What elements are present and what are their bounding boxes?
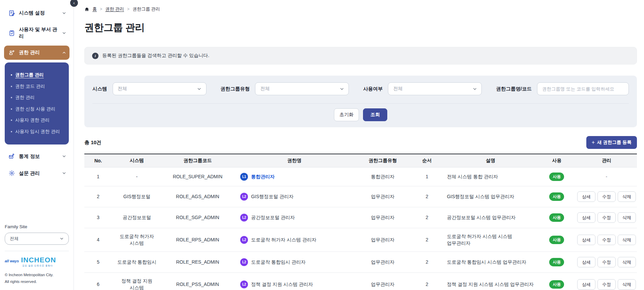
edit-button[interactable]: 수정: [597, 191, 616, 202]
cell-group-code: ROLE_AGS_ADMIN: [162, 186, 233, 207]
cell-group-type: 업무관리자: [355, 207, 411, 228]
col-no: No.: [84, 154, 112, 167]
delete-button[interactable]: 삭제: [618, 257, 636, 267]
permission-name-text: 공간정보포털 관리자: [251, 214, 295, 221]
reset-button[interactable]: 초기화: [334, 108, 359, 121]
delete-button[interactable]: 삭제: [618, 235, 636, 245]
edit-button[interactable]: 수정: [597, 257, 616, 267]
cell-order: 2: [410, 252, 443, 273]
use-status-badge: 사용: [549, 213, 564, 222]
use-status-badge: 사용: [549, 280, 564, 289]
use-status-badge: 사용: [549, 192, 564, 201]
info-banner-text: 등록된 권한그룹들을 검색하고 관리할 수 있습니다.: [102, 53, 209, 59]
detail-button[interactable]: 상세: [577, 235, 595, 245]
submenu-item-permission-request[interactable]: 권한 신청 사용 관리: [9, 103, 64, 115]
table-topbar: 총 10건 + 새 권한그룹 등록: [84, 136, 637, 149]
cell-group-code: ROLE_RPS_ADMIN: [162, 228, 233, 252]
cell-manage: 상세수정삭제: [576, 186, 637, 207]
cell-system: 도로굴착 허가자 시스템: [112, 228, 162, 252]
sidebar-item-label: 설문 관리: [19, 170, 58, 177]
edit-button[interactable]: 수정: [597, 212, 616, 223]
cell-order: 2: [410, 207, 443, 228]
table-header-row: No. 시스템 권한그룹코드 권한명 권한그룹유형 순서 설명 사용 관리: [84, 154, 637, 167]
breadcrumb-home[interactable]: 홈: [92, 6, 97, 12]
cell-group-type: 통합관리자: [355, 167, 411, 186]
cell-group-code: ROLE_PSS_ADMIN: [162, 273, 233, 290]
cell-use: 사용: [537, 273, 576, 290]
submenu-item-permission[interactable]: 권한 관리: [9, 92, 64, 103]
clipboard-check-icon: [8, 29, 16, 37]
col-description: 설명: [444, 154, 537, 167]
breadcrumb: 홈 > 권한 관리 > 권한그룹 관리: [84, 6, 637, 12]
permission-submenu: 권한그룹 관리 권한 코드 관리 권한 관리 권한 신청 사용 관리 사용자 권…: [5, 62, 69, 144]
cell-use: 사용: [537, 207, 576, 228]
edit-button[interactable]: 수정: [597, 279, 616, 290]
cell-system: 공간정보포털: [112, 207, 162, 228]
system-select[interactable]: 전체: [113, 82, 206, 95]
user-key-icon: [8, 49, 16, 56]
bullet-dot: [11, 74, 12, 76]
delete-button[interactable]: 삭제: [618, 279, 636, 290]
breadcrumb-separator: >: [127, 7, 130, 11]
info-icon: i: [92, 53, 99, 59]
detail-button[interactable]: 상세: [577, 212, 595, 223]
group-type-select[interactable]: 전체: [255, 82, 349, 95]
col-group-type: 권한그룹유형: [355, 154, 411, 167]
cell-no: 6: [84, 273, 112, 290]
level-badge: L2: [240, 258, 248, 266]
submenu-item-user-temp-permission[interactable]: 사용자 임시 권한 관리: [9, 126, 64, 137]
sidebar: 시스템 설정 사용자 및 부서 관리 권한 관리 권한그룹 관리: [0, 0, 74, 290]
page-title: 권한그룹 관리: [84, 21, 637, 34]
group-type-filter-label: 권한그룹유형: [220, 86, 250, 92]
bullet-dot: [11, 86, 12, 87]
cell-order: 2: [410, 186, 443, 207]
cell-use: 사용: [537, 228, 576, 252]
copyright-text: © Incheon Metropolitan City. All rights …: [5, 271, 69, 285]
sidebar-item-statistics[interactable]: 통계 정보: [4, 149, 69, 163]
edit-button[interactable]: 수정: [597, 235, 616, 245]
cell-system: 도로굴착 통합임시: [112, 252, 162, 273]
delete-button[interactable]: 삭제: [618, 191, 636, 202]
submenu-item-permission-group[interactable]: 권한그룹 관리: [9, 69, 64, 81]
sidebar-item-users-departments[interactable]: 사용자 및 부서 관리: [4, 23, 69, 43]
filter-group-system: 시스템 전체: [92, 82, 206, 95]
cell-description: 전체 시스템 통합 관리자: [444, 167, 537, 186]
search-button[interactable]: 조회: [363, 108, 387, 121]
detail-button[interactable]: 상세: [577, 257, 595, 267]
use-yn-select[interactable]: 전체: [388, 82, 482, 95]
delete-button[interactable]: 삭제: [618, 212, 636, 223]
breadcrumb-current: 권한그룹 관리: [133, 6, 160, 12]
cell-group-code: ROLE_SGP_ADMIN: [162, 207, 233, 228]
cell-description: 도로굴착 허가자 시스템 시스템 업무관리자: [444, 228, 537, 252]
col-permission-name: 권한명: [233, 154, 355, 167]
sidebar-item-permission-management[interactable]: 권한 관리: [4, 46, 69, 60]
chevron-up-icon: [61, 50, 67, 55]
cell-group-code: ROLE_SUPER_ADMIN: [162, 167, 233, 186]
breadcrumb-permission[interactable]: 권한 관리: [105, 6, 124, 12]
cell-manage: -: [576, 167, 637, 186]
level-badge: L2: [240, 214, 248, 221]
family-site-select[interactable]: 전체: [5, 233, 69, 245]
cell-order: 1: [410, 167, 443, 186]
detail-button[interactable]: 상세: [577, 279, 595, 290]
submenu-item-permission-code[interactable]: 권한 코드 관리: [9, 81, 64, 92]
cell-no: 3: [84, 207, 112, 228]
chevron-down-icon: [61, 170, 67, 176]
new-permission-group-button[interactable]: + 새 권한그룹 등록: [586, 136, 637, 149]
cell-order: 2: [410, 228, 443, 252]
detail-button[interactable]: 상세: [577, 191, 595, 202]
permission-name-text: GIS행정포털 관리자: [251, 193, 293, 200]
filter-group-group-type: 권한그룹유형 전체: [220, 82, 349, 95]
sidebar-item-system-settings[interactable]: 시스템 설정: [4, 6, 69, 20]
cell-group-type: 업무관리자: [355, 186, 411, 207]
name-code-input[interactable]: [537, 82, 629, 95]
cell-description: 정책 결정 지원 시스템 시스템 업무관리자: [444, 273, 537, 290]
home-icon[interactable]: [84, 7, 89, 12]
cell-use: 사용: [537, 186, 576, 207]
submenu-item-user-permission[interactable]: 사용자 권한 관리: [9, 114, 64, 126]
sidebar-item-survey[interactable]: 설문 관리: [4, 166, 69, 180]
permission-name-text[interactable]: 통합관리자: [251, 174, 275, 180]
use-status-badge: 사용: [549, 173, 564, 181]
app-window: 시스템 설정 사용자 및 부서 관리 권한 관리 권한그룹 관리: [0, 0, 644, 290]
family-site-label: Family Site: [5, 224, 69, 229]
